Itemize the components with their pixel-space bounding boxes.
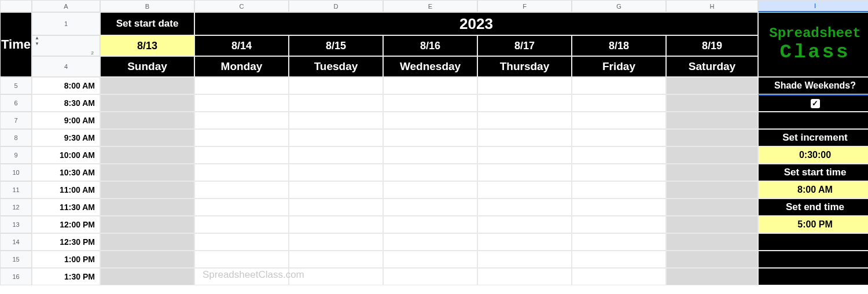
schedule-cell[interactable] <box>477 251 572 268</box>
schedule-cell[interactable] <box>289 199 383 216</box>
schedule-cell[interactable] <box>100 94 194 112</box>
schedule-cell[interactable] <box>572 268 666 285</box>
schedule-cell[interactable] <box>194 112 289 129</box>
schedule-cell[interactable] <box>477 94 572 112</box>
schedule-cell[interactable] <box>289 129 383 146</box>
schedule-cell[interactable] <box>572 199 666 216</box>
schedule-cell[interactable] <box>289 164 383 181</box>
schedule-cell[interactable] <box>477 112 572 129</box>
schedule-cell[interactable] <box>477 129 572 146</box>
schedule-cell[interactable] <box>100 268 194 285</box>
schedule-cell[interactable] <box>477 199 572 216</box>
schedule-cell[interactable] <box>572 181 666 199</box>
schedule-cell[interactable] <box>100 112 194 129</box>
schedule-cell[interactable] <box>666 216 758 233</box>
schedule-cell[interactable] <box>383 251 477 268</box>
schedule-cell[interactable] <box>100 199 194 216</box>
schedule-cell[interactable] <box>666 129 758 146</box>
col-header-I[interactable]: I <box>758 0 868 12</box>
schedule-cell[interactable] <box>666 94 758 112</box>
schedule-cell[interactable] <box>383 112 477 129</box>
col-header-F[interactable]: F <box>477 0 572 12</box>
schedule-cell[interactable] <box>383 216 477 233</box>
schedule-cell[interactable] <box>572 94 666 112</box>
schedule-cell[interactable] <box>289 77 383 94</box>
schedule-cell[interactable] <box>194 164 289 181</box>
row-header-11[interactable]: 11 <box>0 181 32 199</box>
schedule-cell[interactable] <box>100 146 194 164</box>
schedule-cell[interactable] <box>383 77 477 94</box>
schedule-cell[interactable] <box>666 251 758 268</box>
schedule-cell[interactable] <box>477 233 572 251</box>
col-header-E[interactable]: E <box>383 0 477 12</box>
schedule-cell[interactable] <box>100 164 194 181</box>
row-header-8[interactable]: 8 <box>0 129 32 146</box>
schedule-cell[interactable] <box>666 77 758 94</box>
row-header-4[interactable]: 4 <box>32 56 100 77</box>
schedule-cell[interactable] <box>100 77 194 94</box>
row-header-5[interactable]: 5 <box>0 77 32 94</box>
col-header-A[interactable]: A <box>32 0 100 12</box>
schedule-cell[interactable] <box>383 94 477 112</box>
schedule-cell[interactable] <box>666 233 758 251</box>
row-header-15[interactable]: 15 <box>0 251 32 268</box>
row-header-12[interactable]: 12 <box>0 199 32 216</box>
schedule-cell[interactable] <box>572 233 666 251</box>
schedule-cell[interactable] <box>477 77 572 94</box>
schedule-cell[interactable] <box>194 94 289 112</box>
schedule-cell[interactable] <box>477 268 572 285</box>
schedule-cell[interactable] <box>289 181 383 199</box>
end-time-input[interactable]: 5:00 PM <box>758 216 868 233</box>
schedule-cell[interactable] <box>383 129 477 146</box>
schedule-cell[interactable] <box>383 164 477 181</box>
schedule-cell[interactable] <box>572 251 666 268</box>
schedule-cell[interactable] <box>289 233 383 251</box>
schedule-cell[interactable] <box>289 146 383 164</box>
increment-input[interactable]: 0:30:00 <box>758 146 868 164</box>
schedule-cell[interactable] <box>572 216 666 233</box>
schedule-cell[interactable] <box>194 233 289 251</box>
schedule-cell[interactable] <box>477 181 572 199</box>
schedule-cell[interactable] <box>289 94 383 112</box>
schedule-cell[interactable] <box>666 146 758 164</box>
row-header-14[interactable]: 14 <box>0 233 32 251</box>
start-time-input[interactable]: 8:00 AM <box>758 181 868 199</box>
expand-down-icon[interactable]: ▼ <box>35 42 39 46</box>
col-header-H[interactable]: H <box>666 0 758 12</box>
schedule-cell[interactable] <box>477 216 572 233</box>
schedule-cell[interactable] <box>383 181 477 199</box>
schedule-cell[interactable] <box>477 164 572 181</box>
col-header-G[interactable]: G <box>572 0 666 12</box>
start-date-input[interactable]: 8/13 <box>100 35 194 56</box>
row-header-6[interactable]: 6 <box>0 94 32 112</box>
schedule-cell[interactable] <box>666 164 758 181</box>
col-header-C[interactable]: C <box>194 0 289 12</box>
schedule-cell[interactable] <box>572 129 666 146</box>
schedule-cell[interactable] <box>666 199 758 216</box>
schedule-cell[interactable] <box>289 112 383 129</box>
schedule-cell[interactable] <box>572 77 666 94</box>
col-header-D[interactable]: D <box>289 0 383 12</box>
col-header-B[interactable]: B <box>100 0 194 12</box>
schedule-cell[interactable] <box>194 216 289 233</box>
schedule-cell[interactable] <box>289 251 383 268</box>
schedule-cell[interactable] <box>383 199 477 216</box>
schedule-cell[interactable] <box>477 146 572 164</box>
schedule-cell[interactable] <box>383 268 477 285</box>
row-header-13[interactable]: 13 <box>0 216 32 233</box>
schedule-cell[interactable] <box>572 112 666 129</box>
row-header-10[interactable]: 10 <box>0 164 32 181</box>
schedule-cell[interactable] <box>289 216 383 233</box>
expand-up-icon[interactable]: ▲ <box>35 36 39 41</box>
schedule-cell[interactable] <box>100 233 194 251</box>
schedule-cell[interactable] <box>383 233 477 251</box>
select-all-corner[interactable] <box>0 0 32 12</box>
schedule-cell[interactable] <box>194 181 289 199</box>
row-header-16[interactable]: 16 <box>0 268 32 285</box>
schedule-cell[interactable] <box>572 146 666 164</box>
schedule-cell[interactable] <box>572 164 666 181</box>
schedule-cell[interactable] <box>100 251 194 268</box>
schedule-cell[interactable] <box>194 251 289 268</box>
schedule-cell[interactable] <box>100 216 194 233</box>
row-header-9[interactable]: 9 <box>0 146 32 164</box>
